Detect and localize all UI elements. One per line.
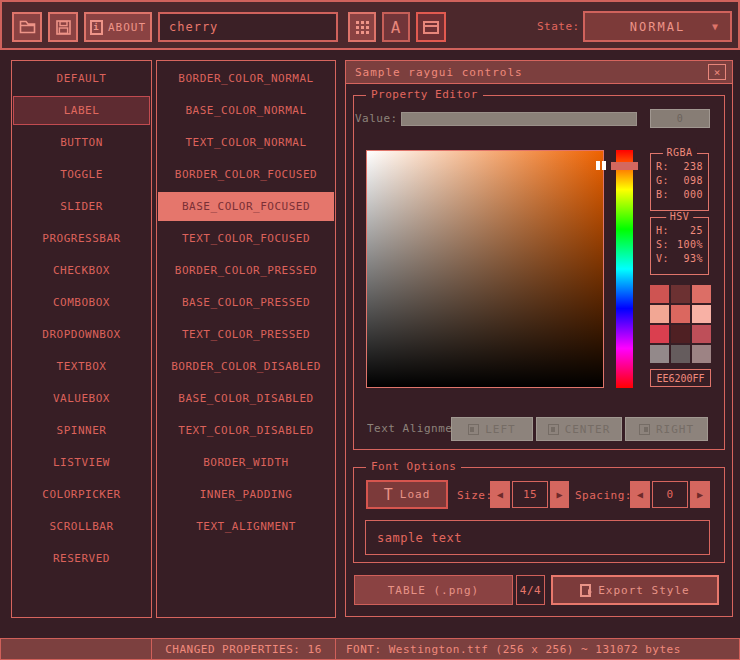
color-swatch[interactable] (692, 345, 711, 363)
properties-list-item[interactable]: BORDER_COLOR_NORMAL (158, 64, 334, 93)
spacing-decrement-button[interactable]: ◀ (630, 481, 650, 508)
controls-list-item[interactable]: SPINNER (13, 416, 150, 445)
export-icon (580, 584, 591, 597)
state-dropdown[interactable]: NORMAL ▼ (583, 11, 732, 42)
size-decrement-button[interactable]: ◀ (490, 481, 510, 508)
color-swatch[interactable] (650, 305, 669, 323)
properties-list-item[interactable]: TEXT_COLOR_NORMAL (158, 128, 334, 157)
open-style-button[interactable] (12, 12, 42, 42)
properties-list-item[interactable]: TEXT_COLOR_FOCUSED (158, 224, 334, 253)
controls-list-item[interactable]: COLORPICKER (13, 480, 150, 509)
info-icon: i (90, 20, 103, 35)
align-center-label: CENTER (565, 423, 611, 436)
load-font-button[interactable]: T Load (366, 480, 448, 509)
spacing-label: Spacing: (575, 489, 632, 502)
property-editor-group-label: Property Editor (366, 88, 483, 101)
properties-list-item[interactable]: BORDER_WIDTH (158, 448, 334, 477)
color-swatch[interactable] (671, 325, 690, 343)
properties-list-item[interactable]: TEXT_COLOR_PRESSED (158, 320, 334, 349)
hex-value-box[interactable]: EE6200FF (650, 369, 711, 387)
controls-list-item[interactable]: VALUEBOX (13, 384, 150, 413)
hue-slider-handle[interactable] (611, 162, 638, 170)
controls-list-item[interactable]: DROPDOWNBOX (13, 320, 150, 349)
controls-list-item[interactable]: TOGGLE (13, 160, 150, 189)
font-view-button[interactable]: A (382, 12, 410, 42)
color-component-row: R:238 (656, 161, 703, 172)
align-center-button[interactable]: CENTER (536, 417, 622, 441)
value-slider[interactable] (401, 112, 637, 126)
style-name-input[interactable]: cherry (158, 12, 338, 42)
spacing-value-box[interactable]: 0 (652, 481, 688, 508)
align-left-button[interactable]: LEFT (451, 417, 533, 441)
properties-list-item[interactable]: BORDER_COLOR_PRESSED (158, 256, 334, 285)
color-swatch[interactable] (692, 285, 711, 303)
color-swatch[interactable] (650, 345, 669, 363)
hue-bar[interactable] (616, 150, 633, 388)
properties-list-item[interactable]: BORDER_COLOR_DISABLED (158, 352, 334, 381)
controls-list-item[interactable]: SLIDER (13, 192, 150, 221)
hsv-group: HSV H:25S:100%V:93% (650, 217, 709, 275)
spacing-increment-button[interactable]: ▶ (690, 481, 710, 508)
controls-list-item[interactable]: COMBOBOX (13, 288, 150, 317)
value-box[interactable]: 0 (650, 109, 710, 128)
folder-open-icon (19, 20, 36, 34)
size-label: Size: (457, 489, 493, 502)
color-swatch-grid (650, 285, 711, 363)
style-table-view-button[interactable] (348, 12, 376, 42)
color-swatch[interactable] (671, 285, 690, 303)
properties-list-item[interactable]: BASE_COLOR_DISABLED (158, 384, 334, 413)
properties-list-item[interactable]: TEXT_ALIGNMENT (158, 512, 334, 541)
size-increment-button[interactable]: ▶ (550, 481, 569, 508)
window-title: Sample raygui controls (355, 66, 523, 79)
state-dropdown-value: NORMAL (630, 20, 685, 34)
statusbar-left-cell (0, 638, 152, 660)
export-style-label: Export Style (598, 584, 689, 597)
color-swatch[interactable] (671, 345, 690, 363)
controls-list-item[interactable]: LABEL (13, 96, 150, 125)
controls-list: DEFAULTLABELBUTTONTOGGLESLIDERPROGRESSBA… (11, 60, 152, 618)
color-picker-panel[interactable] (366, 150, 604, 388)
color-swatch[interactable] (650, 325, 669, 343)
controls-list-item[interactable]: CHECKBOX (13, 256, 150, 285)
color-swatch[interactable] (650, 285, 669, 303)
table-png-button[interactable]: TABLE (.png) (354, 575, 513, 605)
color-swatch[interactable] (671, 305, 690, 323)
window-view-button[interactable] (416, 12, 446, 42)
properties-list-item[interactable]: INNER_PADDING (158, 480, 334, 509)
color-swatch[interactable] (692, 305, 711, 323)
controls-list-item[interactable]: PROGRESSBAR (13, 224, 150, 253)
table-counter[interactable]: 4/4 (516, 575, 545, 605)
properties-list-item[interactable]: BASE_COLOR_NORMAL (158, 96, 334, 125)
save-style-button[interactable] (48, 12, 78, 42)
align-right-icon (639, 424, 650, 435)
about-button-label: ABOUT (108, 21, 146, 34)
properties-list-item[interactable]: TEXT_COLOR_DISABLED (158, 416, 334, 445)
rgba-group-label: RGBA (662, 147, 696, 158)
align-right-button[interactable]: RIGHT (625, 417, 708, 441)
window-icon (423, 21, 439, 34)
about-button[interactable]: i ABOUT (84, 12, 152, 42)
text-alignment-label: Text Alignme (367, 422, 451, 435)
export-style-button[interactable]: Export Style (551, 575, 719, 605)
properties-list: BORDER_COLOR_NORMALBASE_COLOR_NORMALTEXT… (156, 60, 336, 618)
color-component-row: B:000 (656, 189, 703, 200)
properties-list-item[interactable]: BORDER_COLOR_FOCUSED (158, 160, 334, 189)
color-picker-cursor[interactable] (596, 161, 607, 170)
color-swatch[interactable] (692, 325, 711, 343)
close-icon[interactable]: × (708, 64, 726, 80)
align-left-label: LEFT (485, 423, 516, 436)
sample-text-input[interactable]: sample text (365, 520, 710, 555)
grid-icon (356, 21, 369, 34)
controls-list-item[interactable]: LISTVIEW (13, 448, 150, 477)
load-font-label: Load (400, 488, 431, 501)
align-center-icon (548, 424, 559, 435)
controls-list-item[interactable]: SCROLLBAR (13, 512, 150, 541)
controls-list-item[interactable]: BUTTON (13, 128, 150, 157)
controls-list-item[interactable]: RESERVED (13, 544, 150, 573)
properties-list-item[interactable]: BASE_COLOR_PRESSED (158, 288, 334, 317)
properties-list-item[interactable]: BASE_COLOR_FOCUSED (158, 192, 334, 221)
controls-list-item[interactable]: DEFAULT (13, 64, 150, 93)
controls-list-item[interactable]: TEXTBOX (13, 352, 150, 381)
size-value-box[interactable]: 15 (512, 481, 548, 508)
align-right-label: RIGHT (656, 423, 694, 436)
